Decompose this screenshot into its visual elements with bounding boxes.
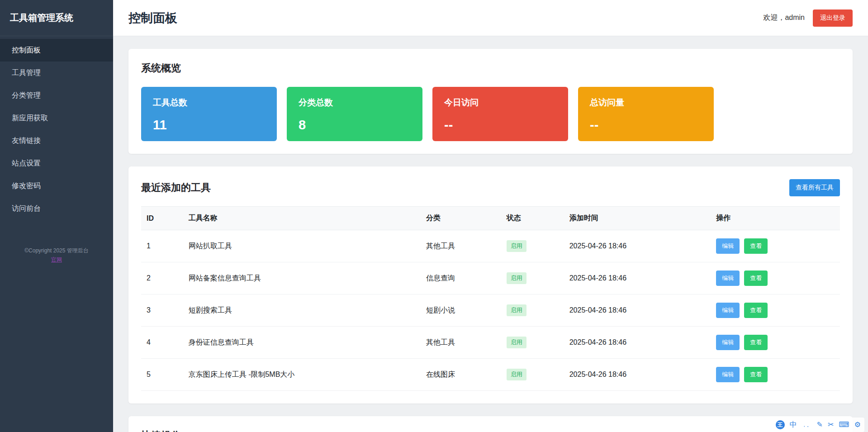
cell-id: 2: [141, 262, 183, 294]
view-button[interactable]: 查看: [744, 238, 768, 254]
ime-logo-icon[interactable]: 王: [776, 420, 785, 429]
ime-toolbar: 王中，。✎✂⌨⚙: [772, 418, 864, 432]
recent-card-head: 最近添加的工具 查看所有工具: [141, 179, 840, 196]
cell-actions: 编辑查看: [711, 262, 840, 294]
overview-title: 系统概览: [141, 62, 840, 75]
edit-button[interactable]: 编辑: [716, 335, 740, 350]
cell-status: 启用: [501, 327, 564, 359]
view-button[interactable]: 查看: [744, 335, 768, 350]
table-row: 4身份证信息查询工具其他工具启用2025-04-26 18:46编辑查看: [141, 327, 840, 359]
sidebar-item-3[interactable]: 分类管理: [0, 84, 113, 107]
cell-tool-name: 短剧搜索工具: [183, 294, 421, 327]
welcome-text: 欢迎，admin: [763, 13, 805, 23]
table-row: 3短剧搜索工具短剧小说启用2025-04-26 18:46编辑查看: [141, 294, 840, 327]
sidebar-item-6[interactable]: 站点设置: [0, 152, 113, 175]
status-badge: 启用: [507, 304, 526, 316]
sidebar-footer: ©Copyright 2025 管理后台 官网: [0, 246, 113, 265]
cell-time: 2025-04-26 18:46: [564, 262, 711, 294]
edit-button[interactable]: 编辑: [716, 303, 740, 318]
cell-tool-name: 网站备案信息查询工具: [183, 262, 421, 294]
ime-punctuation-icon[interactable]: ，。: [802, 423, 812, 427]
overview-card: 系统概览 工具总数11分类总数8今日访问--总访问量--: [128, 49, 853, 154]
cell-id: 4: [141, 327, 183, 359]
cell-category: 其他工具: [421, 327, 501, 359]
recent-title: 最近添加的工具: [141, 181, 211, 195]
sidebar-item-5[interactable]: 友情链接: [0, 129, 113, 152]
edit-button[interactable]: 编辑: [716, 271, 740, 286]
view-all-tools-button[interactable]: 查看所有工具: [789, 179, 840, 196]
stat-label: 总访问量: [590, 97, 702, 109]
table-row: 1网站扒取工具其他工具启用2025-04-26 18:46编辑查看: [141, 230, 840, 262]
status-badge: 启用: [507, 240, 526, 252]
sidebar-item-4[interactable]: 新应用获取: [0, 107, 113, 129]
column-header: 添加时间: [564, 207, 711, 230]
view-button[interactable]: 查看: [744, 271, 768, 286]
edit-button[interactable]: 编辑: [716, 238, 740, 254]
stat-card-1: 工具总数11: [141, 87, 277, 141]
ime-settings-icon[interactable]: ⚙: [854, 421, 861, 428]
stat-value: 11: [153, 118, 265, 133]
tools-table-head-row: ID工具名称分类状态添加时间操作: [141, 207, 840, 230]
ime-pen-icon[interactable]: ✎: [817, 421, 823, 428]
column-header: ID: [141, 207, 183, 230]
column-header: 状态: [501, 207, 564, 230]
cell-tool-name: 京东图床上传工具 -限制5MB大小: [183, 359, 421, 391]
logout-button[interactable]: 退出登录: [813, 9, 853, 27]
status-badge: 启用: [507, 272, 526, 284]
app-title: 工具箱管理系统: [0, 0, 113, 36]
ime-chinese-mode-icon[interactable]: 中: [790, 421, 797, 428]
cell-id: 1: [141, 230, 183, 262]
column-header: 操作: [711, 207, 840, 230]
footer-link[interactable]: 官网: [51, 256, 62, 263]
main-area: 控制面板 欢迎，admin 退出登录 系统概览 工具总数11分类总数8今日访问-…: [113, 0, 868, 432]
cell-id: 5: [141, 359, 183, 391]
topbar-right: 欢迎，admin 退出登录: [763, 9, 853, 27]
stat-card-4: 总访问量--: [578, 87, 714, 141]
ime-keyboard-icon[interactable]: ⌨: [839, 421, 849, 428]
status-badge: 启用: [507, 337, 526, 348]
sidebar-item-2[interactable]: 工具管理: [0, 62, 113, 84]
ime-scissors-icon[interactable]: ✂: [828, 421, 834, 428]
cell-time: 2025-04-26 18:46: [564, 359, 711, 391]
cell-id: 3: [141, 294, 183, 327]
column-header: 分类: [421, 207, 501, 230]
stat-value: 8: [299, 118, 411, 133]
cell-status: 启用: [501, 230, 564, 262]
sidebar-item-8[interactable]: 访问前台: [0, 197, 113, 220]
view-button[interactable]: 查看: [744, 367, 768, 382]
cell-tool-name: 网站扒取工具: [183, 230, 421, 262]
table-row: 2网站备案信息查询工具信息查询启用2025-04-26 18:46编辑查看: [141, 262, 840, 294]
cell-time: 2025-04-26 18:46: [564, 327, 711, 359]
cell-category: 信息查询: [421, 262, 501, 294]
cell-actions: 编辑查看: [711, 359, 840, 391]
stat-value: --: [590, 118, 702, 133]
status-badge: 启用: [507, 369, 526, 380]
cell-actions: 编辑查看: [711, 230, 840, 262]
cell-actions: 编辑查看: [711, 327, 840, 359]
stats-row: 工具总数11分类总数8今日访问--总访问量--: [141, 87, 840, 141]
stat-card-2: 分类总数8: [287, 87, 422, 141]
sidebar-item-7[interactable]: 修改密码: [0, 175, 113, 197]
cell-category: 在线图床: [421, 359, 501, 391]
page-title: 控制面板: [128, 10, 177, 26]
cell-status: 启用: [501, 359, 564, 391]
recent-tools-card: 最近添加的工具 查看所有工具 ID工具名称分类状态添加时间操作 1网站扒取工具其…: [128, 166, 853, 404]
stat-value: --: [444, 118, 556, 133]
content: 系统概览 工具总数11分类总数8今日访问--总访问量-- 最近添加的工具 查看所…: [113, 36, 868, 432]
cell-category: 短剧小说: [421, 294, 501, 327]
cell-time: 2025-04-26 18:46: [564, 294, 711, 327]
cell-status: 启用: [501, 262, 564, 294]
sidebar-menu: 控制面板工具管理分类管理新应用获取友情链接站点设置修改密码访问前台: [0, 36, 113, 220]
sidebar-item-1[interactable]: 控制面板: [0, 39, 113, 62]
tools-table: ID工具名称分类状态添加时间操作 1网站扒取工具其他工具启用2025-04-26…: [141, 206, 840, 391]
view-button[interactable]: 查看: [744, 303, 768, 318]
table-row: 5京东图床上传工具 -限制5MB大小在线图床启用2025-04-26 18:46…: [141, 359, 840, 391]
tools-table-body: 1网站扒取工具其他工具启用2025-04-26 18:46编辑查看2网站备案信息…: [141, 230, 840, 391]
stat-label: 工具总数: [153, 97, 265, 109]
cell-category: 其他工具: [421, 230, 501, 262]
stat-label: 今日访问: [444, 97, 556, 109]
edit-button[interactable]: 编辑: [716, 367, 740, 382]
stat-label: 分类总数: [299, 97, 411, 109]
sidebar: 工具箱管理系统 控制面板工具管理分类管理新应用获取友情链接站点设置修改密码访问前…: [0, 0, 113, 432]
quick-actions-title: 快捷操作: [141, 429, 840, 432]
